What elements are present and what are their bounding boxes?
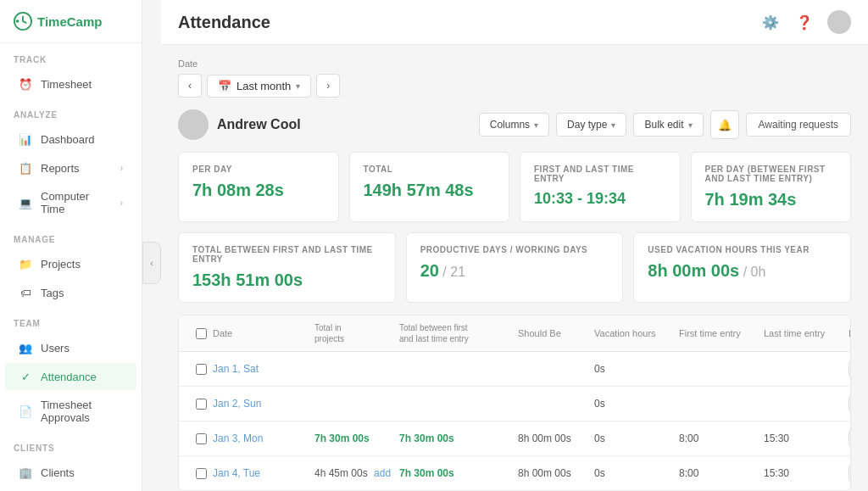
tags-icon: 🏷 — [19, 286, 32, 299]
th-should-be: Should Be — [518, 328, 594, 338]
row-should-be: 8h 00m 00s — [518, 432, 594, 444]
main-content: Attendance ⚙️ ❓ Date ‹ 📅 Last month ▾ › — [161, 0, 868, 491]
stat-label: PER DAY (BETWEEN FIRST AND LAST TIME ENT… — [705, 165, 837, 183]
table-header-row: Date Total inprojects Total between firs… — [179, 315, 850, 352]
clients-icon: 🏢 — [19, 466, 32, 479]
page-title: Attendance — [178, 13, 270, 32]
row-checkbox-col — [189, 399, 213, 410]
working-days-value: / 21 — [439, 265, 465, 279]
day-type-badge: Non-working day — [849, 360, 851, 377]
sidebar-item-label: Reports — [41, 162, 80, 175]
row-should-be: 8h 00m 00s — [518, 467, 594, 479]
table-row: Jan 1, Sat 0s Non-working day — [179, 352, 850, 387]
sidebar-item-computer-time[interactable]: 💻 Computer Time › — [5, 183, 136, 222]
sidebar-item-label: Dashboard — [41, 133, 95, 146]
bulk-edit-label: Bulk edit — [644, 119, 683, 131]
add-link[interactable]: add — [374, 467, 391, 479]
reports-icon: 📋 — [19, 161, 32, 175]
row-day-type: Working day — [849, 465, 851, 482]
sidebar-item-users[interactable]: 👥 Users — [5, 334, 136, 361]
date-filter-label: Date — [178, 59, 851, 69]
stat-label: USED VACATION HOURS THIS YEAR — [648, 245, 837, 254]
bell-button[interactable]: 🔔 — [710, 110, 739, 139]
vacation-value: 8h 00m 00s — [648, 261, 739, 280]
sidebar-item-label: Computer Time — [41, 190, 112, 215]
row-date[interactable]: Jan 4, Tue — [213, 467, 314, 479]
user-name: Andrew Cool — [217, 117, 301, 132]
table-row: Jan 3, Mon 7h 30m 00s 7h 30m 00s 8h 00m … — [179, 421, 850, 456]
row-day-type: Non-working day — [849, 360, 851, 377]
help-icon[interactable]: ❓ — [793, 11, 815, 33]
sidebar-item-dashboard[interactable]: 📊 Dashboard — [5, 126, 136, 153]
chevron-right-icon: › — [120, 198, 123, 208]
attendance-table: Date Total inprojects Total between firs… — [178, 315, 851, 491]
row-vacation: 0s — [594, 363, 679, 375]
table-row: Jan 2, Sun 0s Non-working day — [179, 387, 850, 421]
row-total-between: 7h 30m 00s — [399, 432, 518, 444]
stat-card-productive-days: PRODUCTIVE DAYS / WORKING DAYS 20 / 21 — [406, 232, 624, 303]
sidebar-item-attendance[interactable]: ✓ Attendance — [5, 363, 136, 390]
settings-icon[interactable]: ⚙️ — [760, 11, 782, 33]
date-next-button[interactable]: › — [316, 74, 340, 98]
day-type-button[interactable]: Day type ▾ — [556, 113, 626, 137]
stat-value: 149h 57m 48s — [364, 181, 496, 200]
stat-value: 8h 00m 00s / 0h — [648, 261, 837, 281]
row-date[interactable]: Jan 1, Sat — [213, 363, 314, 375]
sidebar-item-label: Projects — [41, 258, 81, 271]
row-checkbox[interactable] — [196, 468, 207, 479]
topbar: Attendance ⚙️ ❓ — [161, 0, 868, 45]
row-last-time: 15:30 — [764, 432, 849, 444]
user-avatar-icon[interactable] — [827, 10, 851, 34]
content-area: Date ‹ 📅 Last month ▾ › Andrew Cool Colu… — [161, 45, 868, 491]
vacation-suffix: / 0h — [739, 265, 765, 279]
approvals-icon: 📄 — [19, 405, 32, 418]
sidebar-item-label: Attendance — [41, 371, 97, 383]
columns-button[interactable]: Columns ▾ — [479, 113, 549, 137]
stats-row-2: TOTAL BETWEEN FIRST AND LAST TIME ENTRY … — [178, 232, 851, 303]
stat-label: PRODUCTIVE DAYS / WORKING DAYS — [420, 245, 609, 254]
row-last-time: 15:30 — [764, 467, 849, 479]
row-vacation: 0s — [594, 467, 679, 479]
select-all-checkbox[interactable] — [196, 328, 207, 339]
row-checkbox-col — [189, 364, 213, 375]
day-type-label: Day type — [567, 119, 607, 131]
stat-value: 20 / 21 — [420, 261, 609, 281]
sidebar-item-invoices[interactable]: 💰 Invoices — [5, 488, 136, 491]
sidebar-item-reports[interactable]: 📋 Reports › — [5, 154, 136, 181]
row-checkbox[interactable] — [196, 433, 207, 444]
date-range-button[interactable]: 📅 Last month ▾ — [207, 75, 311, 98]
calendar-icon: 📅 — [218, 80, 231, 92]
row-total-between: 7h 30m 00s — [399, 467, 518, 479]
sidebar-item-projects[interactable]: 📁 Projects — [5, 250, 136, 277]
section-analyze: ANALYZE — [0, 98, 142, 125]
awaiting-requests-button[interactable]: Awaiting requests — [746, 113, 852, 137]
sidebar-item-timesheet-approvals[interactable]: 📄 Timesheet Approvals — [5, 392, 136, 431]
stat-card-vacation: USED VACATION HOURS THIS YEAR 8h 00m 00s… — [633, 232, 851, 303]
stat-value: 7h 08m 28s — [192, 181, 325, 200]
attendance-icon: ✓ — [19, 370, 32, 383]
bulk-edit-button[interactable]: Bulk edit ▾ — [633, 113, 703, 137]
sidebar-item-label: Clients — [41, 466, 75, 479]
sidebar-item-clients[interactable]: 🏢 Clients — [5, 459, 136, 486]
topbar-icons: ⚙️ ❓ — [760, 10, 851, 34]
sidebar-item-timesheet[interactable]: ⏰ Timesheet — [5, 70, 136, 98]
row-checkbox[interactable] — [196, 399, 207, 410]
row-day-type: Working day — [849, 430, 851, 447]
row-date[interactable]: Jan 3, Mon — [213, 432, 314, 444]
logo-text: TimeCamp — [37, 14, 102, 29]
sidebar-item-tags[interactable]: 🏷 Tags — [5, 279, 136, 306]
sidebar-collapse-button[interactable]: ‹ — [142, 242, 161, 284]
stat-label: TOTAL — [364, 165, 496, 174]
row-first-time: 8:00 — [679, 467, 764, 479]
avatar — [178, 109, 209, 140]
table-row: Jan 4, Tue 4h 45m 00s add 7h 30m 00s 8h … — [179, 456, 850, 490]
row-checkbox[interactable] — [196, 364, 207, 375]
sidebar-item-label: Users — [41, 342, 70, 354]
day-type-badge: Working day — [849, 430, 851, 447]
chevron-down-icon: ▾ — [688, 120, 693, 130]
sidebar-item-label: Tags — [41, 287, 64, 299]
logo: TimeCamp — [0, 0, 142, 43]
date-prev-button[interactable]: ‹ — [178, 74, 202, 98]
row-date[interactable]: Jan 2, Sun — [213, 398, 314, 410]
day-type-badge: Non-working day — [849, 395, 851, 412]
